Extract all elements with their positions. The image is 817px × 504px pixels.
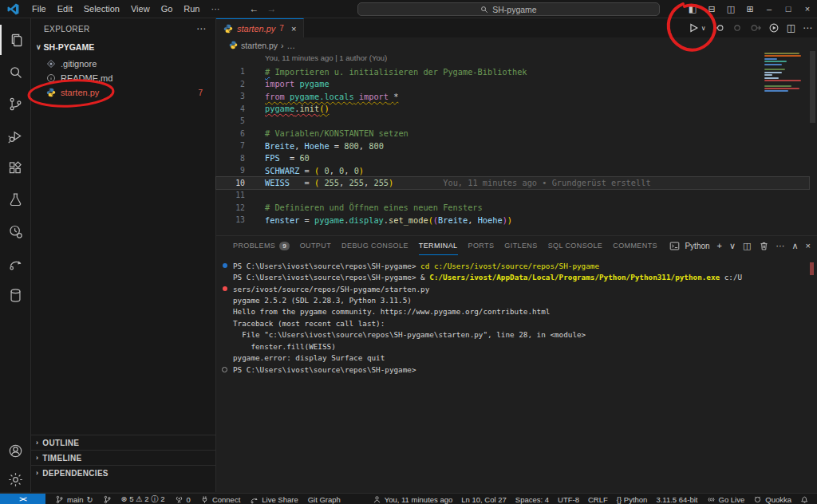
minimap[interactable]	[764, 53, 806, 93]
menu-item-edit[interactable]: Edit	[52, 4, 78, 14]
chevron-right-icon: ›	[36, 469, 38, 477]
editor-scrollbar[interactable]	[810, 51, 815, 123]
sidebar-section-dependencies[interactable]: ›DEPENDENCIES	[31, 465, 215, 480]
activity-item-testing[interactable]	[0, 184, 30, 215]
command-center-search[interactable]: SH-pygame	[357, 2, 660, 16]
status-item-crlf[interactable]: CRLF	[588, 495, 608, 504]
layout-control-icon-1[interactable]: ⊟	[702, 4, 721, 14]
layout-control-icon-2[interactable]: ◫	[721, 4, 740, 14]
sidebar-section-outline[interactable]: ›OUTLINE	[31, 435, 215, 450]
layout-control-icon-3[interactable]: ⊞	[740, 4, 760, 14]
status-item-you--11-minutes-ago[interactable]: You, 11 minutes ago	[373, 495, 453, 504]
database-icon	[7, 287, 24, 304]
tab-label: starten.py	[237, 24, 275, 33]
sidebar-section-timeline[interactable]: ›TIMELINE	[31, 450, 215, 465]
activity-item-history[interactable]	[0, 216, 30, 246]
run-icon[interactable]	[688, 22, 699, 33]
terminal-text: pygame 2.5.2 (SDL 2.28.3, Python 3.11.5)	[233, 296, 412, 305]
status-item-main[interactable]: main↻	[55, 495, 93, 504]
open-changes-icon[interactable]	[768, 22, 780, 33]
menu-item-run[interactable]: Run	[178, 4, 205, 14]
breadcrumb[interactable]: starten.py › …	[216, 38, 817, 52]
status-item-left-1[interactable]	[103, 495, 112, 504]
panel-tab-comments[interactable]: COMMENTS	[613, 237, 657, 255]
command-decoration-hollow[interactable]	[222, 367, 227, 372]
status-item---5----2----2[interactable]: ⊗ 5 ⚠ 2 ⓘ 2	[121, 494, 165, 504]
layout-control-icon-0[interactable]: ◧	[683, 4, 702, 14]
panel-tab-sql-console[interactable]: SQL CONSOLE	[548, 237, 603, 255]
status-item-connect[interactable]: Connect	[200, 495, 240, 504]
sidebar-more-icon[interactable]: ⋯	[196, 23, 206, 34]
status-item----python[interactable]: {} Python	[617, 495, 648, 504]
gitlens-codelens[interactable]: You, 11 minutes ago | 1 author (You)	[265, 53, 387, 62]
status-item-go-live[interactable]: Go Live	[707, 495, 745, 504]
terminal-shell-label[interactable]: Python	[685, 242, 709, 250]
menu-item-view[interactable]: View	[125, 4, 156, 14]
status-item-0[interactable]: 0	[175, 495, 191, 504]
menu-item-[interactable]: ···	[206, 4, 226, 14]
command-decoration-blue[interactable]	[223, 263, 227, 268]
panel-tab-terminal[interactable]: TERMINAL	[419, 236, 458, 255]
menu-item-file[interactable]: File	[26, 4, 52, 14]
panel-tab-gitlens[interactable]: GITLENS	[504, 237, 537, 255]
status-item-ln-10--col-27[interactable]: Ln 10, Col 27	[461, 495, 507, 504]
next-change-icon[interactable]	[750, 22, 761, 33]
status-item-right-9[interactable]	[800, 495, 809, 504]
status-item-3-11-5-64-bit[interactable]: 3.11.5 64-bit	[656, 495, 697, 504]
nav-back-icon[interactable]: ←	[250, 3, 259, 14]
terminal-token: pygame 2.5.2 (SDL 2.28.3, Python 3.11.5)	[233, 296, 412, 305]
status-item-utf-8[interactable]: UTF-8	[558, 495, 579, 504]
activity-item-source-control[interactable]	[0, 89, 30, 119]
close-icon[interactable]: ×	[798, 4, 817, 14]
maximize-panel-icon[interactable]: ∧	[792, 241, 799, 251]
panel-tab-output[interactable]: OUTPUT	[300, 237, 331, 255]
discard-icon[interactable]	[732, 22, 743, 33]
activity-item-database[interactable]	[0, 280, 30, 310]
new-terminal-icon[interactable]: +	[717, 241, 722, 250]
tab-close-icon[interactable]: ×	[291, 24, 296, 33]
code-token: from	[265, 92, 285, 101]
activity-item-run-debug[interactable]	[0, 120, 30, 151]
split-terminal-icon[interactable]: ◫	[743, 241, 751, 251]
menu-item-go[interactable]: Go	[156, 4, 179, 14]
run-dropdown-icon[interactable]: ∨	[701, 25, 706, 32]
status-item-live-share[interactable]: Live Share	[250, 495, 298, 504]
breadcrumb-more: …	[287, 41, 296, 50]
tab-starten-py[interactable]: starten.py 7 ×	[216, 18, 304, 37]
activity-item-account[interactable]	[0, 435, 30, 466]
status-item-spaces--4[interactable]: Spaces: 4	[515, 495, 549, 504]
activity-item-extensions[interactable]	[0, 152, 30, 183]
code-token: =	[299, 215, 314, 225]
activity-item-live-share[interactable]	[0, 248, 30, 278]
status-item-quokka[interactable]: Quokka	[753, 495, 791, 504]
maximize-icon[interactable]: □	[779, 4, 798, 14]
panel-tab-ports[interactable]: PORTS	[468, 237, 495, 255]
status-item-git-graph[interactable]: Git Graph	[308, 495, 341, 504]
activity-item-explorer[interactable]	[0, 25, 32, 55]
file-item-starten-py[interactable]: starten.py7	[31, 85, 215, 100]
panel-tab-debug-console[interactable]: DEBUG CONSOLE	[341, 237, 408, 255]
nav-forward-icon[interactable]: →	[267, 3, 277, 14]
activity-item-settings[interactable]	[0, 464, 30, 494]
minimize-icon[interactable]: –	[760, 4, 779, 14]
split-editor-icon[interactable]: ◫	[787, 22, 795, 33]
terminal-output[interactable]: PS C:\Users\ivost\source\repos\SH-pygame…	[216, 260, 817, 375]
remote-indicator[interactable]: ><	[0, 494, 45, 504]
file-item-readme-md[interactable]: README.md	[31, 71, 215, 85]
terminal-dropdown-icon[interactable]: ∨	[729, 241, 736, 251]
panel-tab-problems[interactable]: PROBLEMS9	[233, 237, 290, 255]
command-decoration-red[interactable]	[223, 286, 227, 291]
terminal-icon[interactable]	[669, 241, 680, 251]
prev-change-icon[interactable]	[713, 22, 724, 33]
panel-more-icon[interactable]: ⋯	[776, 241, 785, 251]
tree-root-sh-pygame[interactable]: ∨ SH-PYGAME	[36, 42, 94, 52]
breadcrumb-file: starten.py	[241, 41, 278, 50]
more-actions-icon[interactable]: ⋯	[803, 22, 812, 33]
file-item--gitignore[interactable]: .gitignore	[31, 57, 215, 71]
line-number: 7	[216, 141, 245, 150]
activity-item-search[interactable]	[0, 57, 30, 87]
menu-item-selection[interactable]: Selection	[78, 4, 125, 14]
close-panel-icon[interactable]: ×	[806, 241, 811, 250]
trash-icon[interactable]	[759, 241, 769, 251]
code-editor[interactable]: 1# Importieren u. initialisieren der Pyg…	[216, 65, 809, 226]
